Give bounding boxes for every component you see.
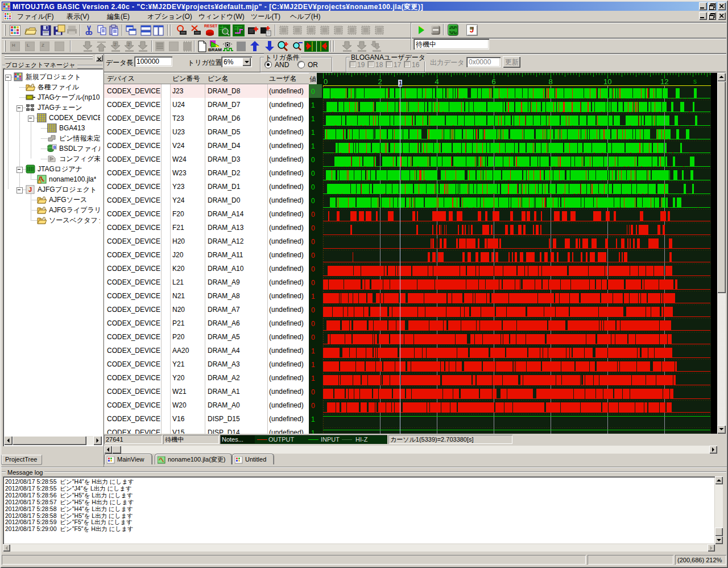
svg-text:1: 1	[311, 415, 315, 423]
svg-text:1: 1	[399, 80, 402, 87]
svg-text:0: 0	[311, 334, 315, 341]
svg-text:0: 0	[311, 279, 315, 287]
svg-text:B: B	[53, 145, 56, 149]
svg-text:0: 0	[311, 224, 315, 232]
svg-text:0: 0	[311, 265, 315, 273]
svg-text:1: 1	[311, 115, 315, 123]
svg-text:値: 値	[309, 75, 316, 83]
svg-text:1: 1	[311, 429, 315, 434]
svg-text:6: 6	[492, 77, 496, 86]
svg-text:2: 2	[127, 42, 130, 47]
svg-text:H: H	[12, 43, 15, 48]
svg-text:0: 0	[311, 88, 315, 96]
svg-text:s: s	[693, 77, 697, 85]
svg-text:J: J	[28, 186, 32, 193]
svg-text:2: 2	[114, 42, 117, 47]
svg-text:0: 0	[311, 211, 315, 219]
svg-text:0: 0	[311, 388, 315, 396]
svg-text:10: 10	[603, 77, 611, 86]
svg-text:0: 0	[324, 77, 328, 86]
svg-text:4: 4	[435, 77, 439, 86]
svg-text:1: 1	[311, 142, 315, 150]
svg-text:0: 0	[311, 183, 315, 191]
svg-text:L: L	[27, 43, 30, 48]
svg-text:0: 0	[311, 402, 315, 410]
svg-text:8: 8	[549, 77, 553, 86]
svg-text:1: 1	[311, 293, 315, 301]
svg-text:0: 0	[311, 306, 315, 314]
svg-text:1: 1	[311, 374, 315, 382]
svg-text:Z: Z	[42, 43, 44, 48]
svg-text:0: 0	[311, 252, 315, 260]
svg-text:1: 1	[311, 101, 315, 109]
svg-text:0: 0	[311, 320, 315, 328]
svg-text:1: 1	[311, 347, 315, 355]
svg-text:0: 0	[311, 238, 315, 246]
svg-text:0: 0	[311, 197, 315, 205]
svg-text:1: 1	[311, 129, 315, 137]
svg-text:0: 0	[311, 170, 315, 178]
svg-text:2: 2	[378, 77, 382, 86]
svg-text:12: 12	[660, 77, 668, 86]
svg-text:1: 1	[311, 361, 315, 369]
svg-text:0: 0	[311, 156, 315, 164]
